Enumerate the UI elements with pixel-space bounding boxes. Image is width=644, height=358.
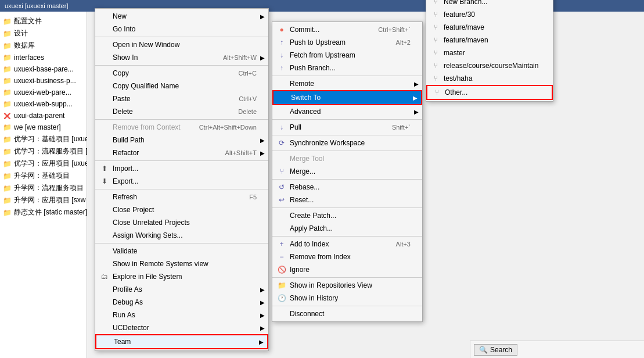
tree-item-yuxuex2[interactable]: 优学习：流程服务项目 [ux... bbox=[0, 145, 87, 157]
apply-patch-icon bbox=[277, 224, 286, 233]
menu-item-apply-patch[interactable]: Apply Patch... bbox=[272, 222, 422, 235]
ignore-icon: 🚫 bbox=[277, 265, 286, 274]
branch-icon: ⑂ bbox=[431, 10, 440, 19]
menu-item-ignore[interactable]: 🚫 Ignore bbox=[272, 263, 422, 276]
menu-item-feature30[interactable]: ⑂ feature/30 bbox=[426, 8, 553, 21]
menu-item-copy-qualified[interactable]: Copy Qualified Name bbox=[95, 80, 268, 92]
folder-icon bbox=[2, 41, 12, 51]
open-window-icon bbox=[100, 40, 109, 49]
menu-item-run-as[interactable]: Run As ▶ bbox=[95, 309, 268, 321]
new-icon bbox=[100, 12, 109, 21]
tree-item-配置文件[interactable]: 配置文件 bbox=[0, 15, 87, 27]
folder-icon bbox=[2, 135, 12, 144]
menu-item-profile-as[interactable]: Profile As ▶ bbox=[95, 283, 268, 296]
menu-item-push-branch[interactable]: ↑ Push Branch... bbox=[272, 62, 422, 74]
menu-item-merge[interactable]: ⑂ Merge... bbox=[272, 165, 422, 178]
menu-item-open-window[interactable]: Open in New Window bbox=[95, 38, 268, 51]
tree-item-yuxuex3[interactable]: 优学习：应用项目 [uxuex... bbox=[0, 157, 87, 170]
show-in-icon bbox=[100, 53, 109, 62]
menu-item-remove-index[interactable]: − Remove from Index bbox=[272, 250, 422, 263]
menu-item-import[interactable]: ⬆ Import... bbox=[95, 162, 268, 175]
git-fetch-icon: ↓ bbox=[277, 51, 286, 60]
separator bbox=[95, 160, 268, 161]
tree-item-数据库[interactable]: 数据库 bbox=[0, 40, 87, 52]
build-path-icon bbox=[100, 135, 109, 145]
separator bbox=[95, 189, 268, 189]
menu-item-add-index[interactable]: + Add to Index Alt+3 bbox=[272, 238, 422, 250]
folder-icon bbox=[2, 171, 12, 181]
menu-item-validate[interactable]: Validate bbox=[95, 245, 268, 257]
folder-icon bbox=[2, 17, 12, 26]
tree-item-uxuexi-base[interactable]: uxuexi-base-pare... bbox=[0, 63, 87, 75]
tree-item-uxuexi-web-supp[interactable]: uxuexi-web-supp... bbox=[0, 98, 87, 110]
menu-item-delete[interactable]: Delete Delete bbox=[95, 105, 268, 118]
ucdetector-icon bbox=[100, 323, 109, 332]
menu-item-remote[interactable]: Remote ▶ bbox=[272, 77, 422, 90]
menu-item-feature-mave[interactable]: ⑂ feature/mave bbox=[426, 21, 553, 34]
switch-to-icon bbox=[278, 93, 287, 102]
menu-item-fetch-upstream[interactable]: ↓ Fetch from Upstream bbox=[272, 49, 422, 62]
show-remote-icon bbox=[100, 259, 109, 268]
branch-icon: ⑂ bbox=[431, 35, 440, 45]
tree-item-uxui-data[interactable]: ❌ uxui-data-parent bbox=[0, 110, 87, 121]
tree-item-设计[interactable]: 设计 bbox=[0, 27, 87, 40]
tree-item-interfaces[interactable]: interfaces bbox=[0, 52, 87, 63]
menu-item-debug-as[interactable]: Debug As ▶ bbox=[95, 296, 268, 309]
tree-item-shengxue1[interactable]: 升学网：基础项目 bbox=[0, 170, 87, 182]
merge-tool-icon bbox=[277, 154, 286, 163]
tree-item-label: 静态文件 [static master] bbox=[14, 207, 87, 217]
menu-item-copy[interactable]: Copy Ctrl+C bbox=[95, 67, 268, 80]
menu-item-paste[interactable]: Paste Ctrl+V bbox=[95, 92, 268, 105]
create-patch-icon bbox=[277, 211, 286, 220]
menu-item-other[interactable]: ⑂ Other... bbox=[426, 85, 553, 100]
tree-item-yuxuex1[interactable]: 优学习：基础项目 [uxuex... bbox=[0, 133, 87, 145]
menu-item-new-branch[interactable]: ⑂ New Branch... bbox=[426, 0, 553, 8]
menu-item-show-remote[interactable]: Show in Remote Systems view bbox=[95, 257, 268, 270]
tree-item-shengxue2[interactable]: 升学网：流程服务项目 bbox=[0, 182, 87, 194]
context-menu-2: ● Commit... Ctrl+Shift+` ↑ Push to Upstr… bbox=[272, 22, 423, 322]
menu-item-commit[interactable]: ● Commit... Ctrl+Shift+` bbox=[272, 23, 422, 36]
menu-item-switch-to[interactable]: Switch To ▶ ⑂ New Branch... ⑂ feature/30… bbox=[272, 90, 422, 105]
menu-item-disconnect[interactable]: Disconnect bbox=[272, 307, 422, 320]
menu-item-show-in[interactable]: Show In Alt+Shift+W ▶ bbox=[95, 51, 268, 64]
menu-item-feature-maven[interactable]: ⑂ feature/maven bbox=[426, 34, 553, 46]
red-x-icon: ❌ bbox=[2, 111, 12, 120]
tree-item-shengxue3[interactable]: 升学网：应用项目 [sxw m... bbox=[0, 194, 87, 206]
menu-item-close-project[interactable]: Close Project bbox=[95, 203, 268, 216]
folder-icon bbox=[2, 88, 12, 97]
menu-item-show-repos[interactable]: 📁 Show in Repositories View bbox=[272, 279, 422, 292]
menu-item-refactor[interactable]: Refactor Alt+Shift+T ▶ bbox=[95, 146, 268, 159]
menu-item-explore-file[interactable]: 🗂 Explore in File System bbox=[95, 270, 268, 283]
menu-item-export[interactable]: ⬇ Export... bbox=[95, 175, 268, 188]
menu-item-close-unrelated[interactable]: Close Unrelated Projects bbox=[95, 216, 268, 229]
context-menu-3: ⑂ New Branch... ⑂ feature/30 ⑂ feature/m… bbox=[426, 0, 553, 102]
copy-icon bbox=[100, 69, 109, 78]
sidebar-tree: 配置文件 设计 数据库 interfaces uxuexi-base-pare.… bbox=[0, 13, 87, 221]
tree-item-uxuexi-web-pare[interactable]: uxuexi-web-pare... bbox=[0, 87, 87, 98]
menu-item-push-upstream[interactable]: ↑ Push to Upstream Alt+2 bbox=[272, 36, 422, 49]
menu-item-advanced[interactable]: Advanced ▶ bbox=[272, 105, 422, 118]
menu-item-release-course[interactable]: ⑂ release/course/courseMaintain bbox=[426, 59, 553, 72]
menu-item-ucdetector[interactable]: UCDetector ▶ bbox=[95, 321, 268, 334]
menu-item-show-history[interactable]: 🕐 Show in History bbox=[272, 292, 422, 305]
menu-item-build-path[interactable]: Build Path ▶ bbox=[95, 134, 268, 146]
menu-item-create-patch[interactable]: Create Patch... bbox=[272, 209, 422, 222]
menu-item-new[interactable]: New ▶ bbox=[95, 10, 268, 23]
menu-item-reset[interactable]: ↩ Reset... bbox=[272, 194, 422, 206]
search-tab[interactable]: 🔍 Search bbox=[474, 344, 517, 356]
tree-item-uxuexi-business[interactable]: uxuexi-business-p... bbox=[0, 75, 87, 87]
search-label: Search bbox=[490, 346, 512, 354]
menu-item-master[interactable]: ⑂ master bbox=[426, 46, 553, 59]
menu-item-refresh[interactable]: Refresh F5 bbox=[95, 191, 268, 203]
tree-item-label: 优学习：基础项目 [uxuex... bbox=[14, 134, 87, 144]
menu-item-assign-working[interactable]: Assign Working Sets... bbox=[95, 229, 268, 242]
branch-icon: ⑂ bbox=[431, 48, 440, 58]
tree-item-static[interactable]: 静态文件 [static master] bbox=[0, 206, 87, 219]
menu-item-team[interactable]: Team ▶ ● Commit... Ctrl+Shift+` ↑ Push t… bbox=[95, 334, 268, 349]
menu-item-rebase[interactable]: ↺ Rebase... bbox=[272, 181, 422, 194]
tree-item-we[interactable]: we [we master] bbox=[0, 121, 87, 133]
menu-item-test-haha[interactable]: ⑂ test/haha bbox=[426, 72, 553, 85]
menu-item-pull[interactable]: ↓ Pull Shift+` bbox=[272, 121, 422, 134]
menu-item-sync-workspace[interactable]: ⟳ Synchronize Workspace bbox=[272, 137, 422, 149]
menu-item-go-into[interactable]: Go Into bbox=[95, 23, 268, 35]
